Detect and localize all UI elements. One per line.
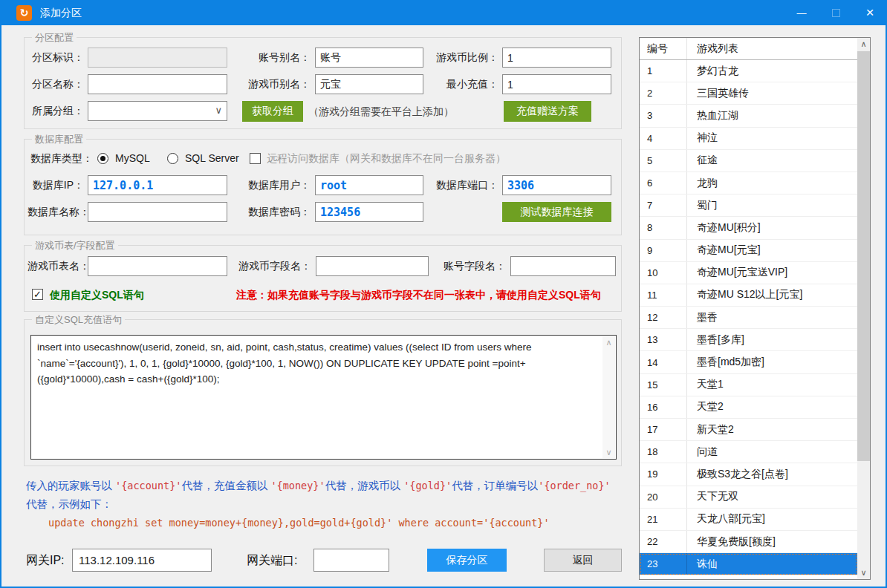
custom-sql-warning: 注意：如果充值账号字段与游戏币字段不在同一张表中，请使用自定义SQL语句	[236, 284, 601, 305]
list-item[interactable]: 6龙驹	[640, 172, 857, 195]
list-item[interactable]: 3热血江湖	[640, 105, 857, 127]
custom-sql-group: 自定义SQL充值语句 insert into usecashnow(userid…	[24, 319, 622, 466]
list-item[interactable]: 1梦幻古龙	[640, 60, 857, 82]
partition-id-input	[88, 48, 227, 68]
gateway-port-label: 网关端口:	[247, 549, 297, 572]
coin-table-input[interactable]	[88, 256, 227, 276]
custom-sql-title: 自定义SQL充值语句	[32, 313, 125, 327]
custom-sql-checkbox-label[interactable]: 使用自定义SQL语句	[50, 284, 144, 305]
list-item[interactable]: 17新天堂2	[640, 419, 857, 441]
sqlserver-radio[interactable]	[167, 153, 178, 164]
scroll-down-icon[interactable]: ∨	[857, 566, 870, 579]
coin-alias-label: 游戏币别名：	[244, 74, 311, 94]
scroll-down-icon[interactable]: ∨	[602, 446, 615, 458]
remote-db-checkbox[interactable]	[250, 153, 261, 164]
list-item[interactable]: 8奇迹MU[积分]	[640, 217, 857, 239]
partition-name-input[interactable]	[88, 74, 227, 94]
coin-field-config-title: 游戏币表/字段配置	[32, 239, 118, 252]
sqlserver-radio-label[interactable]: SQL Server	[185, 148, 239, 169]
coin-ratio-input[interactable]	[502, 48, 611, 68]
close-button[interactable]: ×	[853, 0, 887, 25]
database-config-title: 数据库配置	[32, 133, 86, 146]
coin-field-label: 游戏币字段名：	[238, 256, 311, 276]
sql-scrollbar[interactable]: ∧ ∨	[602, 336, 615, 458]
db-user-input[interactable]	[315, 175, 423, 195]
chevron-down-icon: ∨	[215, 105, 222, 116]
header-number: 编号	[640, 38, 687, 59]
account-alias-input[interactable]	[315, 48, 423, 68]
db-name-input[interactable]	[88, 202, 227, 222]
mysql-radio-label[interactable]: MySQL	[115, 148, 150, 169]
list-item[interactable]: 19极致S3龙之谷[点卷]	[640, 463, 857, 486]
get-group-button[interactable]: 获取分组	[242, 101, 303, 122]
partition-config-title: 分区配置	[32, 31, 77, 45]
min-recharge-label: 最小充值：	[426, 74, 498, 94]
list-item[interactable]: 18问道	[640, 441, 857, 463]
list-item[interactable]: 21天龙八部[元宝]	[640, 509, 857, 531]
list-item[interactable]: 9奇迹MU[元宝]	[640, 240, 857, 262]
hint-token-gold: '{gold}'	[403, 480, 452, 491]
add-partition-dialog: ↻ 添加分区 — × 分区配置 分区标识： 账号别名： 游戏币比例： 分区名称：…	[0, 0, 887, 588]
group-select[interactable]: ∨	[88, 101, 227, 121]
hint-token-account: '{account}'	[115, 480, 181, 491]
list-item[interactable]: 12墨香	[640, 307, 857, 329]
coin-field-config-group: 游戏币表/字段配置 游戏币表名： 游戏币字段名： 账号字段名： ✓ 使用自定义S…	[24, 245, 622, 312]
hint-token-money: '{money}'	[270, 480, 325, 491]
account-field-label: 账号字段名：	[437, 256, 506, 276]
minimize-button[interactable]: —	[784, 0, 819, 25]
save-partition-button[interactable]: 保存分区	[427, 549, 507, 572]
custom-sql-checkbox[interactable]: ✓	[32, 289, 43, 300]
mysql-radio[interactable]	[97, 153, 108, 164]
sql-text[interactable]: insert into usecashnow(userid, zoneid, s…	[31, 336, 602, 459]
list-item[interactable]: 7蜀门	[640, 195, 857, 217]
list-item[interactable]: 5征途	[640, 150, 857, 172]
hint-text: 传入的玩家账号以	[26, 480, 115, 491]
sql-editor[interactable]: insert into usecashnow(userid, zoneid, s…	[30, 335, 617, 460]
scroll-up-icon[interactable]: ∧	[857, 38, 870, 50]
db-port-label: 数据库端口：	[426, 175, 498, 195]
scrollbar-thumb[interactable]	[857, 51, 870, 461]
coin-field-input[interactable]	[316, 256, 429, 276]
group-note: （游戏分组需要在平台上添加）	[308, 101, 454, 122]
coin-ratio-label: 游戏币比例：	[426, 48, 498, 68]
list-item[interactable]: 10奇迹MU[元宝送VIP]	[640, 262, 857, 284]
db-password-input[interactable]	[315, 202, 423, 222]
list-item[interactable]: 22华夏免费版[额度]	[640, 531, 857, 553]
remote-db-checkbox-label[interactable]: 远程访问数据库（网关和数据库不在同一台服务器）	[267, 148, 506, 169]
db-user-label: 数据库用户：	[244, 175, 311, 195]
db-password-label: 数据库密码：	[244, 202, 311, 222]
gateway-port-input[interactable]	[313, 549, 389, 572]
list-item[interactable]: 16天堂2	[640, 396, 857, 419]
db-type-label: 数据库类型：	[27, 148, 93, 169]
list-item[interactable]: 13墨香[多库]	[640, 329, 857, 351]
list-item[interactable]: 14墨香[md5加密]	[640, 351, 857, 373]
header-game-name: 游戏列表	[687, 38, 857, 59]
test-db-connection-button[interactable]: 测试数据库连接	[502, 202, 611, 222]
maximize-icon	[832, 9, 840, 17]
list-item[interactable]: 20天下无双	[640, 486, 857, 509]
list-item[interactable]: 15天堂1	[640, 374, 857, 396]
db-port-input[interactable]	[502, 175, 611, 195]
partition-id-label: 分区标识：	[27, 48, 84, 68]
list-item[interactable]: 4神泣	[640, 128, 857, 150]
db-ip-input[interactable]	[88, 175, 227, 195]
scroll-up-icon[interactable]: ∧	[602, 336, 615, 348]
database-config-group: 数据库配置 数据库类型： MySQL SQL Server 远程访问数据库（网关…	[24, 139, 622, 235]
game-list-scrollbar[interactable]: ∧ ∨	[857, 38, 870, 579]
game-list-body: 1梦幻古龙2三国英雄传3热血江湖4神泣5征途6龙驹7蜀门8奇迹MU[积分]9奇迹…	[640, 60, 857, 575]
maximize-button	[819, 0, 853, 25]
coin-alias-input[interactable]	[315, 74, 423, 94]
gift-plan-button[interactable]: 充值赠送方案	[504, 101, 591, 122]
title-bar[interactable]: ↻ 添加分区 — ×	[0, 0, 887, 25]
back-button[interactable]: 返回	[544, 549, 622, 572]
coin-table-label: 游戏币表名：	[27, 256, 84, 276]
list-item[interactable]: 11奇迹MU S12以上[元宝]	[640, 284, 857, 307]
gateway-ip-input[interactable]	[72, 549, 212, 572]
list-item[interactable]: 2三国英雄传	[640, 82, 857, 105]
db-name-label: 数据库名称：	[27, 202, 84, 222]
account-field-input[interactable]	[510, 256, 616, 276]
list-item[interactable]: 23诛仙	[640, 553, 857, 575]
min-recharge-input[interactable]	[502, 74, 611, 94]
db-ip-label: 数据库IP：	[27, 175, 84, 195]
group-label: 所属分组：	[27, 101, 84, 121]
